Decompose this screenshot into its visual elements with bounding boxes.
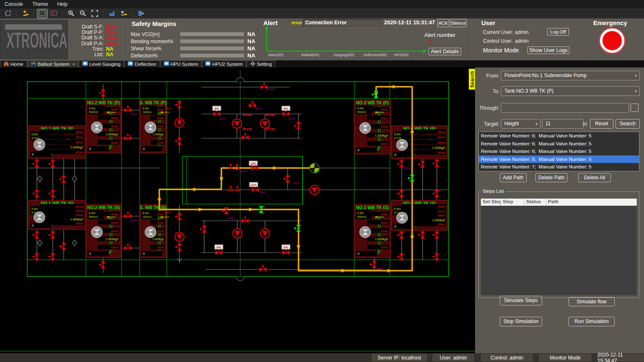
target-value-input[interactable]: 11 [542, 119, 584, 129]
search-button[interactable]: Search [615, 119, 640, 129]
through-browse-button[interactable] [631, 103, 639, 112]
submersible-pump-active[interactable] [310, 163, 319, 173]
check-valve[interactable] [37, 176, 42, 182]
valve-open[interactable] [408, 175, 415, 182]
valve[interactable] [200, 226, 207, 233]
tank-no-4-wb-tk-p[interactable]: NO.4 WB TK (P)6.5m671m3HHHErrorErrorErro… [391, 126, 448, 159]
alert-details-button[interactable]: Alert Details [428, 48, 461, 55]
ack-button[interactable]: ACK [437, 19, 449, 27]
pump[interactable] [175, 232, 184, 241]
pump[interactable] [175, 118, 184, 127]
valve[interactable] [175, 213, 182, 220]
simulate-flow-button[interactable]: Simulate flow [569, 297, 615, 306]
check-valve[interactable] [37, 240, 42, 246]
add-path-button[interactable]: Add Path [500, 173, 527, 182]
valve[interactable] [229, 186, 233, 192]
tank-no-2-wb-tk-s[interactable]: NO.2 WB TK (S)6.5m550m3HHHErrorErrorErro… [86, 204, 121, 258]
through-input[interactable] [501, 103, 629, 113]
pump[interactable] [233, 229, 242, 238]
valve[interactable] [175, 244, 182, 251]
tank-no-3-wb-tk-p[interactable]: NO.3 WB TK (P)6.5m550m3HHHErrorErrorErro… [354, 100, 391, 154]
valve[interactable] [418, 161, 425, 168]
menu-item-console[interactable]: Console [0, 0, 28, 8]
check-valve[interactable] [72, 176, 77, 182]
silence-button[interactable]: Slience [450, 19, 467, 27]
menu-item-theme[interactable]: Theme [28, 0, 52, 8]
path-result-row[interactable]: Remote Valve Number: 6; Manual Valve Num… [479, 147, 639, 155]
key-user-icon[interactable] [119, 9, 129, 18]
valve[interactable] [370, 261, 377, 268]
pump[interactable] [310, 185, 319, 194]
close-tab-icon[interactable]: × [73, 62, 75, 67]
valve[interactable] [283, 176, 290, 183]
pump[interactable] [260, 229, 270, 238]
valve[interactable] [33, 190, 39, 197]
tank-s-wb-tk-p[interactable]: S. WB TK (P)6.5m183m3HHHErrorErrorError1… [140, 100, 171, 153]
valve[interactable] [294, 122, 301, 129]
to-select[interactable]: Tank:NO.3 WB TK (P) ▾ [501, 86, 640, 96]
valve[interactable] [175, 138, 182, 145]
tab-level-gauging[interactable]: Level Gauging [79, 60, 124, 67]
zoom-in-icon[interactable] [66, 9, 76, 18]
valve[interactable] [175, 101, 182, 109]
ballast-schematic[interactable]: NO.1 WB TK (P)6.5m674m3HHHErrorErrorErro… [0, 67, 475, 353]
valve[interactable] [260, 265, 267, 272]
pump[interactable] [232, 119, 242, 128]
valve[interactable] [397, 253, 404, 261]
valve-open[interactable] [294, 225, 301, 232]
valve[interactable] [33, 160, 39, 168]
check-valve[interactable] [72, 240, 77, 246]
tank-no-1-wb-tk-s[interactable]: NO.1 WB TK (S)6.5m674m3HHHErrorErrorErro… [29, 200, 86, 230]
reset-button[interactable]: Reset [590, 119, 613, 129]
menu-item-help[interactable]: Help [52, 0, 72, 8]
valve[interactable] [433, 253, 439, 261]
path-results-list[interactable]: Remote Valve Number: 6; Manual Valve Num… [478, 132, 639, 171]
valve[interactable] [433, 190, 439, 197]
tab-home[interactable]: Home [0, 60, 27, 67]
tank-s-wb-tk-s[interactable]: S. WB TK (S)6.5m183m3HHHErrorErrorError1… [140, 204, 171, 258]
tank-no-2-wb-tk-p[interactable]: NO.2 WB TK (P)6.5m550m3HHHErrorErrorErro… [86, 100, 121, 153]
path-result-row[interactable]: Remote Valve Number: 7; Manual Valve Num… [479, 163, 639, 171]
valve[interactable] [99, 90, 106, 97]
valve[interactable] [397, 160, 404, 168]
valve[interactable] [242, 133, 249, 140]
tab-hpu2-system[interactable]: HPU2 System [202, 60, 246, 67]
valve[interactable] [125, 212, 132, 219]
trend-alt-icon[interactable] [49, 9, 59, 18]
refresh-icon[interactable] [3, 9, 13, 18]
valve[interactable] [49, 253, 55, 261]
valve[interactable] [261, 83, 268, 90]
valve[interactable] [397, 190, 404, 197]
simulate-steps-button[interactable]: Simulate Steps [500, 296, 542, 305]
plant-icon[interactable] [107, 9, 117, 18]
run-simulation-button[interactable]: Run Simulation [569, 317, 615, 326]
valve[interactable] [125, 134, 132, 141]
valve[interactable] [49, 160, 55, 168]
valve[interactable] [125, 106, 132, 113]
valve[interactable] [433, 160, 439, 167]
tab-ballast-system[interactable]: Ballast System× [27, 60, 79, 67]
valve-open[interactable] [372, 91, 379, 98]
tab-deflection[interactable]: Deflection [124, 60, 160, 67]
delete-path-button[interactable]: Delete Path [535, 173, 567, 182]
valve[interactable] [60, 243, 66, 250]
search-side-tab[interactable]: Search [469, 69, 475, 90]
valve[interactable] [60, 176, 66, 183]
fit-screen-icon[interactable] [90, 9, 100, 18]
valve[interactable] [222, 207, 229, 215]
path-result-row[interactable]: Remote Valve Number: 5; Manual Valve Num… [479, 155, 639, 163]
log-off-button[interactable]: Log Off [547, 28, 569, 36]
steps-table-body[interactable] [481, 206, 637, 295]
logout-icon[interactable] [136, 9, 146, 18]
valve[interactable] [49, 190, 55, 197]
path-result-row[interactable]: Remote Valve Number: 6; Manual Valve Num… [479, 140, 639, 148]
tab-hpu-system[interactable]: HPU System [160, 60, 202, 67]
tab-setting[interactable]: Setting [247, 60, 276, 67]
tank-no-1-wb-tk-p[interactable]: NO.1 WB TK (P)6.5m674m3HHHErrorErrorErro… [29, 126, 86, 158]
delete-all-button[interactable]: Delete All [578, 173, 611, 182]
valve[interactable] [249, 101, 256, 108]
valve[interactable] [418, 232, 425, 239]
trend-view-icon[interactable] [37, 9, 47, 18]
valve[interactable] [235, 186, 239, 192]
valve[interactable] [242, 217, 249, 223]
